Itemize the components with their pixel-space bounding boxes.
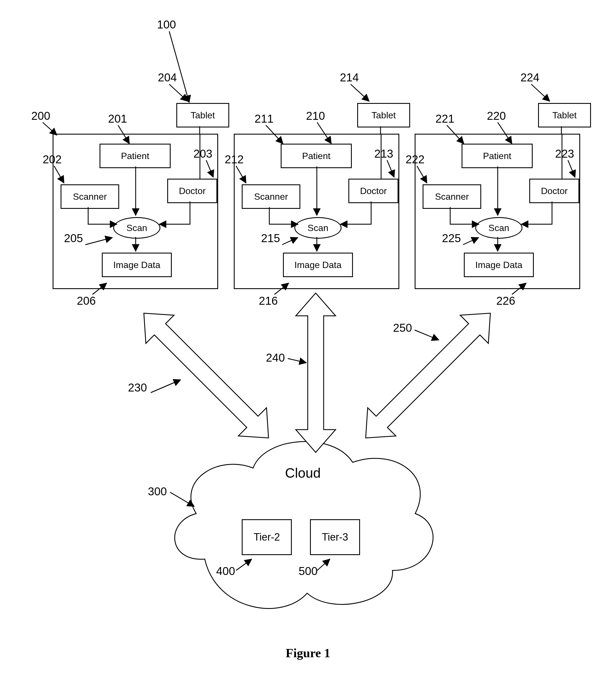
imagedata-box-B: Image Data — [283, 253, 353, 277]
ref-204: 204 — [158, 71, 177, 84]
imagedata-box-C: Image Data — [464, 253, 534, 277]
ref-203: 203 — [193, 147, 213, 160]
doctor-box-B: Doctor — [348, 179, 398, 203]
conn-scanner-scan-B — [267, 207, 302, 230]
leader-222 — [416, 166, 431, 187]
leader-400 — [236, 558, 256, 573]
svg-line-36 — [415, 330, 439, 340]
svg-line-24 — [417, 166, 427, 183]
svg-line-27 — [568, 160, 575, 177]
leader-200 — [41, 122, 61, 140]
imagedata-box-A: Image Data — [102, 253, 172, 277]
doctor-box-A: Doctor — [167, 179, 217, 203]
conn-scanner-scan-A — [86, 207, 120, 230]
svg-line-14 — [351, 84, 369, 101]
conn-scanner-scan-C — [448, 207, 482, 230]
leader-226 — [510, 282, 530, 297]
leader-221 — [446, 125, 468, 148]
leader-220 — [496, 122, 516, 148]
leader-224 — [530, 84, 552, 107]
leader-206 — [91, 282, 111, 297]
leader-300 — [170, 489, 198, 511]
svg-line-18 — [498, 122, 512, 144]
double-arrow-C-cloud — [354, 293, 502, 458]
svg-line-38 — [236, 559, 252, 570]
svg-line-13 — [169, 84, 188, 101]
svg-line-37 — [170, 492, 194, 506]
conn-tabletA-site — [199, 126, 200, 134]
leader-214 — [349, 84, 372, 107]
ref-100: 100 — [157, 18, 176, 31]
conn-scan-imagedata-A — [134, 237, 138, 254]
ref-222: 222 — [406, 153, 425, 166]
svg-line-22 — [54, 166, 64, 183]
svg-line-39 — [317, 559, 330, 570]
ref-224: 224 — [521, 71, 539, 84]
svg-line-16 — [43, 122, 57, 135]
svg-line-29 — [282, 237, 298, 245]
leader-240 — [288, 354, 311, 366]
cloud-label: Cloud — [159, 465, 447, 481]
conn-doctor-scan-B — [337, 201, 377, 230]
leader-216 — [273, 282, 293, 297]
ref-250: 250 — [393, 322, 412, 334]
conn-doctor-scan-C — [518, 201, 558, 230]
ref-212: 212 — [225, 153, 244, 166]
ref-200: 200 — [31, 110, 50, 122]
svg-line-32 — [274, 283, 288, 295]
leader-203 — [205, 160, 219, 182]
svg-line-26 — [387, 160, 394, 177]
conn-tabletB-site — [380, 126, 381, 134]
ref-201: 201 — [108, 112, 127, 125]
leader-205 — [85, 236, 117, 248]
ref-210: 210 — [306, 110, 325, 122]
leader-500 — [316, 558, 334, 573]
conn-tabletC-site — [561, 126, 562, 134]
conn-scan-imagedata-C — [496, 237, 500, 254]
double-arrow-B-cloud — [287, 293, 344, 452]
scanner-box-B: Scanner — [242, 184, 300, 209]
ref-202: 202 — [43, 153, 62, 166]
leader-250 — [415, 329, 443, 344]
leader-210 — [316, 122, 336, 148]
leader-213 — [386, 160, 400, 182]
scanner-box-C: Scanner — [423, 184, 481, 209]
ref-211: 211 — [255, 112, 274, 125]
tier3-box: Tier-3 — [310, 519, 360, 555]
leader-202 — [52, 166, 68, 187]
svg-line-23 — [236, 166, 246, 183]
conn-patient-scan-A — [134, 166, 138, 218]
diagram-canvas: Tablet Tablet Tablet Patient Scanner Doc… — [0, 0, 616, 678]
svg-line-17 — [317, 122, 331, 144]
leader-211 — [265, 125, 287, 148]
svg-line-34 — [151, 380, 181, 392]
conn-patient-scan-B — [315, 166, 319, 218]
ref-205: 205 — [64, 232, 83, 245]
ref-215: 215 — [261, 232, 280, 245]
svg-line-15 — [531, 84, 550, 101]
svg-line-31 — [92, 283, 107, 295]
ref-213: 213 — [374, 147, 393, 160]
leader-201 — [117, 125, 134, 148]
leader-204 — [168, 84, 191, 107]
leader-223 — [567, 160, 581, 182]
svg-line-35 — [288, 359, 306, 363]
doctor-box-C: Doctor — [529, 179, 579, 203]
ref-225: 225 — [442, 232, 461, 245]
conn-patient-scan-C — [496, 166, 500, 218]
conn-doctor-scan-A — [156, 201, 196, 230]
scanner-box-A: Scanner — [61, 184, 119, 209]
ref-221: 221 — [435, 112, 455, 125]
ref-214: 214 — [340, 71, 359, 84]
figure-caption: Figure 1 — [0, 646, 616, 661]
patient-box-A: Patient — [100, 144, 170, 168]
leader-225 — [463, 236, 483, 248]
conn-scan-imagedata-B — [315, 237, 319, 254]
svg-line-20 — [266, 125, 283, 144]
ref-500: 500 — [299, 565, 318, 577]
leader-230 — [151, 378, 185, 396]
tier2-box: Tier-2 — [242, 519, 292, 555]
leader-212 — [235, 166, 250, 187]
ref-223: 223 — [555, 147, 574, 160]
ref-230: 230 — [128, 381, 147, 394]
